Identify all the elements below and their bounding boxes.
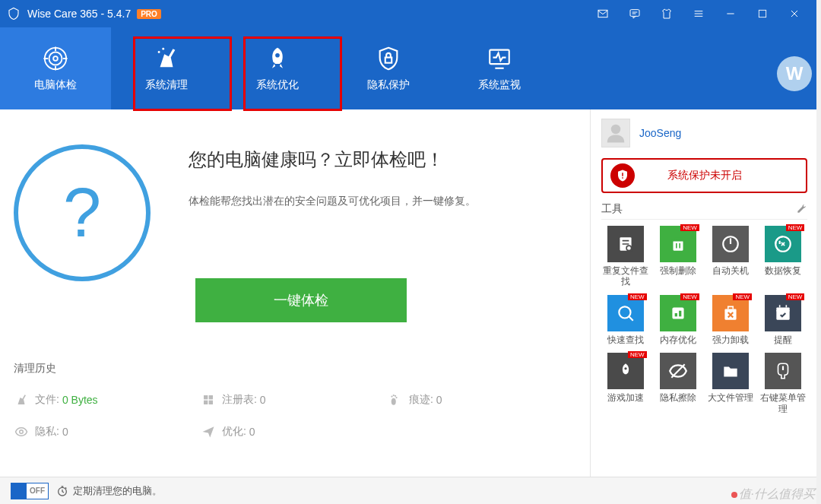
nav-tabs: 电脑体检 系统清理 系统优化 隐私保护 系统监视 [0, 27, 816, 109]
history-section: 清理历史 文件:0 Bytes 注册表:0 痕迹:0 [14, 362, 575, 456]
app-logo-icon [6, 6, 21, 21]
tool-1[interactable]: NEW强制删除 [654, 226, 702, 287]
nav-label: 系统清理 [145, 78, 188, 92]
nav-tab-checkup[interactable]: 电脑体检 [0, 27, 111, 109]
protection-text: 系统保护未开启 [667, 169, 742, 182]
svg-rect-32 [679, 311, 681, 317]
watermark: 值·什么值得买 [731, 487, 815, 502]
svg-rect-23 [622, 177, 623, 179]
tool-icon: NEW [765, 295, 801, 331]
tool-label: 右键菜单管理 [759, 392, 807, 414]
history-optimize: 优化:0 [201, 424, 388, 439]
scan-button[interactable]: 一键体检 [195, 278, 407, 322]
tool-7[interactable]: NEW提醒 [759, 295, 807, 345]
tool-icon: NEW [712, 295, 749, 331]
plane-icon [201, 424, 216, 439]
tool-label: 隐私擦除 [660, 392, 696, 403]
svg-rect-14 [209, 401, 213, 404]
svg-point-29 [619, 306, 630, 318]
nav-tab-monitor[interactable]: 系统监视 [444, 27, 555, 109]
shield-lock-icon [375, 45, 402, 72]
tool-label: 提醒 [774, 334, 792, 345]
tool-label: 重复文件查找 [601, 265, 649, 287]
wrench-icon[interactable] [795, 203, 807, 215]
shirt-icon[interactable] [651, 0, 683, 27]
tool-2[interactable]: 自动关机 [707, 226, 755, 287]
nav-tab-cleanup[interactable]: 系统清理 [111, 27, 222, 109]
tools-label: 工具 [601, 202, 623, 216]
svg-point-18 [395, 395, 396, 397]
maximize-button[interactable] [747, 0, 778, 27]
history-traces: 痕迹:0 [388, 392, 575, 407]
new-badge: NEW [680, 224, 699, 231]
svg-point-15 [391, 398, 396, 405]
nav-label: 系统监视 [478, 78, 521, 92]
tool-9[interactable]: 隐私擦除 [654, 353, 702, 414]
mail-icon[interactable] [587, 0, 619, 27]
footprint-icon [388, 392, 403, 407]
new-badge: NEW [733, 293, 752, 300]
svg-rect-12 [209, 395, 213, 399]
menu-icon[interactable] [683, 0, 715, 27]
tool-8[interactable]: NEW游戏加速 [601, 353, 649, 414]
tool-icon: NEW [660, 226, 696, 262]
history-privacy: 隐私:0 [14, 424, 201, 439]
tools-header: 工具 [601, 202, 807, 220]
sidebar: JooSeng 系统保护未开启 工具 重复文件查找NEW强制删除自动关机NEW数… [590, 109, 816, 477]
history-registry: 注册表:0 [201, 392, 388, 407]
svg-rect-0 [598, 10, 607, 17]
tool-label: 数据恢复 [765, 265, 801, 276]
minimize-button[interactable] [715, 0, 747, 27]
tool-label: 自动关机 [712, 265, 749, 276]
svg-rect-26 [673, 241, 683, 251]
protection-banner[interactable]: 系统保护未开启 [601, 158, 807, 193]
svg-rect-13 [204, 401, 208, 404]
clock-icon [56, 485, 68, 497]
tool-label: 强制删除 [660, 265, 696, 276]
tool-icon [607, 226, 644, 262]
svg-point-20 [20, 430, 24, 434]
svg-rect-22 [622, 173, 623, 176]
svg-rect-11 [204, 395, 208, 399]
tool-3[interactable]: NEW数据恢复 [759, 226, 807, 287]
tool-0[interactable]: 重复文件查找 [601, 226, 649, 287]
nav-tab-optimize[interactable]: 系统优化 [222, 27, 333, 109]
close-button[interactable] [778, 0, 810, 27]
svg-point-4 [49, 52, 62, 65]
tool-label: 强力卸载 [712, 334, 749, 345]
subline: 体检能帮您找出潜在的安全问题及可优化项目，并一键修复。 [189, 195, 476, 208]
nav-label: 隐私保护 [367, 78, 410, 92]
broom-icon [153, 45, 180, 72]
tool-label: 大文件管理 [708, 392, 753, 403]
eye-icon [14, 424, 29, 439]
tool-4[interactable]: NEW快速查找 [601, 295, 649, 345]
tool-5[interactable]: NEW内存优化 [654, 295, 702, 345]
tool-11[interactable]: 右键菜单管理 [759, 353, 807, 414]
title-bar: Wise Care 365 - 5.4.7 PRO [0, 0, 816, 27]
svg-point-5 [53, 56, 58, 61]
status-circle: ? [14, 144, 151, 281]
tool-icon [765, 353, 801, 389]
brand-float-icon: W [777, 56, 812, 91]
svg-point-8 [275, 53, 280, 58]
new-badge: NEW [628, 293, 647, 300]
svg-point-35 [624, 367, 626, 369]
tool-6[interactable]: NEW强力卸载 [707, 295, 755, 345]
svg-point-19 [395, 397, 397, 398]
registry-icon [201, 392, 216, 407]
new-badge: NEW [786, 293, 805, 300]
tool-icon: NEW [607, 353, 644, 389]
pro-badge: PRO [137, 9, 161, 19]
monitor-icon [486, 45, 513, 72]
nav-tab-privacy[interactable]: 隐私保护 [333, 27, 444, 109]
feedback-icon[interactable] [619, 0, 651, 27]
broom-small-icon [14, 392, 29, 407]
app-title: Wise Care 365 - 5.4.7 [27, 8, 131, 20]
user-row[interactable]: JooSeng [601, 116, 807, 151]
tool-label: 快速查找 [607, 334, 644, 345]
tool-10[interactable]: 大文件管理 [707, 353, 755, 414]
svg-point-16 [391, 395, 392, 397]
tool-label: 内存优化 [660, 334, 696, 345]
schedule-toggle[interactable]: OFF [11, 483, 49, 499]
svg-rect-9 [385, 58, 392, 63]
